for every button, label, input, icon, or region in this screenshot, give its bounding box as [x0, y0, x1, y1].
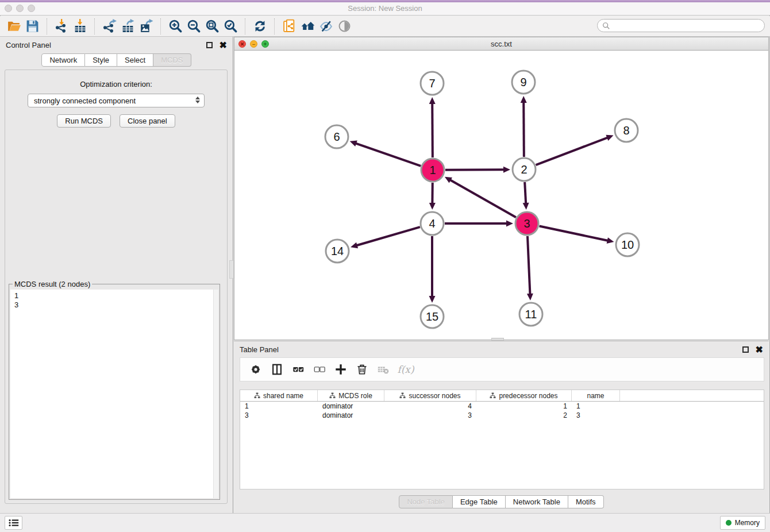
tab-style[interactable]: Style	[85, 53, 117, 67]
graph-edge-arrowhead	[429, 296, 436, 303]
clone-network-button[interactable]	[280, 17, 298, 36]
graph-edge-1-6[interactable]	[355, 143, 421, 166]
column-header-predecessor-nodes[interactable]: predecessor nodes	[476, 390, 572, 401]
network-view-window: ✕ – + scc.txt 7968124314101511	[234, 37, 769, 340]
close-table-panel-icon[interactable]: ✖	[756, 346, 763, 353]
eye-icon	[337, 19, 352, 33]
maximize-network-icon[interactable]: +	[261, 40, 269, 48]
open-session-button[interactable]	[5, 17, 23, 36]
select-all-button[interactable]	[290, 360, 307, 379]
table-tab-network-table[interactable]: Network Table	[506, 495, 568, 508]
search-icon	[602, 22, 610, 30]
minimize-network-icon[interactable]: –	[250, 40, 257, 48]
table-tab-edge-table[interactable]: Edge Table	[453, 495, 506, 508]
gear-icon	[249, 363, 262, 376]
column-label: shared name	[263, 392, 303, 400]
hide-selected-button[interactable]	[317, 17, 335, 36]
table-cell: 2	[476, 411, 572, 419]
table-cell: dominator	[318, 402, 384, 410]
control-panel-title: Control Panel	[6, 41, 206, 49]
graph-edge-2-9[interactable]	[523, 101, 524, 157]
function-builder-button[interactable]: f(x)	[396, 360, 413, 379]
mcds-result-group: MCDS result (2 nodes) 13	[9, 284, 220, 500]
graph-edge-3-10[interactable]	[540, 226, 609, 241]
save-disk-icon	[25, 19, 40, 33]
export-image-button[interactable]	[137, 17, 155, 36]
graph-edge-2-8[interactable]	[536, 137, 609, 165]
table-mode-button[interactable]	[247, 360, 264, 379]
main-toolbar	[0, 16, 770, 37]
show-hidden-button[interactable]	[335, 17, 353, 36]
mcds-result-text[interactable]: 13	[10, 290, 218, 498]
close-panel-icon[interactable]: ✖	[220, 42, 227, 48]
import-table-button[interactable]	[71, 17, 89, 36]
show-columns-button[interactable]	[268, 360, 286, 379]
column-tree-icon	[254, 392, 260, 399]
task-history-button[interactable]	[5, 516, 22, 530]
table-cell: 4	[384, 402, 476, 410]
table-row[interactable]: 3dominator323	[240, 411, 764, 420]
column-label: MCDS role	[338, 392, 372, 400]
float-panel-icon[interactable]	[206, 42, 213, 48]
panel-splitter-vertical[interactable]	[229, 260, 234, 279]
save-session-button[interactable]	[23, 17, 41, 36]
graph-edge-3-1[interactable]	[449, 179, 516, 217]
criterion-value: strongly connected component	[34, 97, 136, 105]
panel-splitter-horizontal[interactable]	[491, 338, 504, 341]
graph-node-label: 10	[621, 238, 634, 251]
table-tab-node-table[interactable]: Node Table	[399, 495, 453, 508]
graph-edge-arrowhead	[429, 203, 436, 210]
delete-table-button[interactable]	[375, 360, 392, 379]
graph-node-label: 9	[520, 76, 526, 88]
zoom-in-button[interactable]	[166, 17, 184, 36]
network-graph: 7968124314101511	[234, 51, 768, 340]
list-icon	[9, 519, 19, 527]
table-cell: 1	[240, 402, 318, 410]
delete-columns-button[interactable]	[353, 360, 371, 379]
export-network-icon	[102, 19, 117, 33]
tab-select[interactable]: Select	[117, 53, 153, 67]
network-canvas[interactable]: 7968124314101511	[234, 51, 768, 340]
run-mcds-button[interactable]: Run MCDS	[57, 114, 111, 128]
column-header-name[interactable]: name	[572, 390, 620, 401]
column-header-shared-name[interactable]: shared name	[240, 390, 318, 401]
close-panel-button[interactable]: Close panel	[120, 114, 175, 128]
result-scrollbar[interactable]	[213, 290, 218, 498]
table-row[interactable]: 1dominator411	[240, 402, 764, 411]
close-network-icon[interactable]: ✕	[238, 40, 246, 48]
tab-mcds[interactable]: MCDS	[153, 53, 191, 67]
zoom-out-button[interactable]	[184, 17, 203, 36]
zoom-selected-button[interactable]	[221, 17, 240, 36]
criterion-dropdown[interactable]: strongly connected component	[28, 94, 205, 107]
table-tab-motifs[interactable]: Motifs	[568, 495, 604, 508]
graph-node-label: 15	[426, 310, 438, 323]
float-table-panel-icon[interactable]	[742, 346, 749, 353]
zoom-fit-button[interactable]	[203, 17, 221, 36]
toolbar-separator	[160, 18, 161, 34]
add-column-button[interactable]	[332, 360, 349, 379]
application-window: Session: New Session	[0, 0, 770, 532]
apply-layout-button[interactable]	[251, 17, 269, 36]
import-network-button[interactable]	[52, 17, 71, 36]
deselect-all-button[interactable]	[311, 360, 328, 379]
table-panel-header: Table Panel ✖	[234, 341, 769, 357]
column-header-mcds-role[interactable]: MCDS role	[318, 390, 384, 401]
graph-edge-3-11[interactable]	[528, 236, 530, 295]
table-panel-title: Table Panel	[240, 345, 742, 354]
export-network-button[interactable]	[100, 17, 118, 36]
tab-network[interactable]: Network	[41, 53, 85, 67]
result-line: 3	[14, 300, 218, 310]
network-window-titlebar: ✕ – + scc.txt	[234, 37, 768, 51]
search-input[interactable]	[613, 21, 760, 31]
toolbar-separator	[94, 18, 95, 34]
export-table-button[interactable]	[118, 17, 137, 36]
graph-edge-4-14[interactable]	[356, 227, 420, 246]
network-home-button[interactable]	[298, 17, 317, 36]
mcds-buttons: Run MCDS Close panel	[5, 114, 227, 128]
memory-button[interactable]: Memory	[720, 516, 765, 530]
column-header-successor-nodes[interactable]: successor nodes	[384, 390, 476, 401]
table-cell: 1	[572, 402, 620, 410]
graph-edge-1-7[interactable]	[432, 102, 433, 157]
graph-edge-2-3[interactable]	[525, 182, 526, 205]
graph-edge-1-2[interactable]	[445, 169, 505, 170]
